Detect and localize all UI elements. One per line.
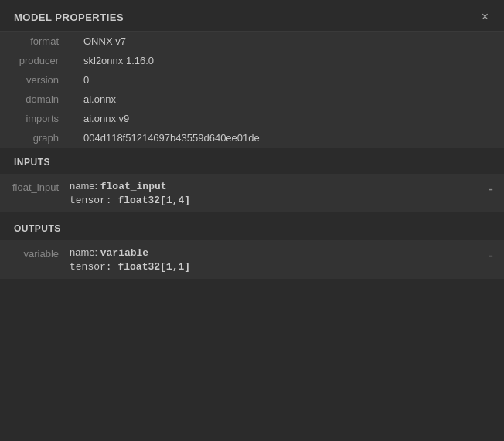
- prop-key: producer: [0, 51, 70, 70]
- table-row: version 0: [0, 70, 504, 90]
- table-row: domain ai.onnx: [0, 90, 504, 109]
- inputs-block: float_input name: float_input tensor: fl…: [0, 174, 504, 212]
- io-minus-button[interactable]: -: [489, 174, 504, 212]
- prop-value: ai.onnx: [70, 90, 504, 109]
- prop-value: ai.onnx v9: [70, 109, 504, 128]
- outputs-section-label: OUTPUTS: [0, 214, 504, 239]
- prop-key: version: [0, 70, 70, 90]
- table-row: imports ai.onnx v9: [0, 109, 504, 128]
- prop-key: format: [0, 32, 70, 51]
- prop-key: graph: [0, 128, 70, 148]
- io-tensor-line: tensor: float32[1,4]: [70, 195, 478, 206]
- panel-header: MODEL PROPERTIES ×: [0, 0, 504, 32]
- table-row: format ONNX v7: [0, 32, 504, 51]
- close-button[interactable]: ×: [480, 11, 490, 23]
- properties-table: format ONNX v7 producer skl2onnx 1.16.0 …: [0, 32, 504, 148]
- io-tensor-value: float32[1,4]: [117, 195, 190, 206]
- table-row: graph 004d118f51214697b43559d640ee01de: [0, 128, 504, 148]
- panel-title: MODEL PROPERTIES: [14, 12, 124, 23]
- io-key: variable: [0, 240, 70, 279]
- io-tensor-value: float32[1,1]: [117, 261, 190, 273]
- outputs-block: variable name: variable tensor: float32[…: [0, 240, 504, 279]
- io-name-line: name: variable: [70, 246, 478, 259]
- io-tensor-line: tensor: float32[1,1]: [70, 261, 478, 273]
- prop-key: domain: [0, 90, 70, 109]
- list-item: float_input name: float_input tensor: fl…: [0, 174, 504, 212]
- io-key: float_input: [0, 174, 70, 212]
- model-properties-panel: MODEL PROPERTIES × format ONNX v7 produc…: [0, 0, 504, 441]
- table-row: producer skl2onnx 1.16.0: [0, 51, 504, 70]
- prop-value: 004d118f51214697b43559d640ee01de: [70, 128, 504, 148]
- io-content: name: variable tensor: float32[1,1]: [70, 240, 489, 279]
- io-name-value: float_input: [100, 181, 167, 192]
- list-item: variable name: variable tensor: float32[…: [0, 240, 504, 279]
- io-name-line: name: float_input: [70, 180, 478, 192]
- io-content: name: float_input tensor: float32[1,4]: [70, 174, 489, 212]
- prop-key: imports: [0, 109, 70, 128]
- io-name-value: variable: [100, 247, 148, 259]
- prop-value: ONNX v7: [70, 32, 504, 51]
- io-minus-button[interactable]: -: [489, 240, 504, 279]
- inputs-section-label: INPUTS: [0, 148, 504, 172]
- prop-value: 0: [70, 70, 504, 90]
- prop-value: skl2onnx 1.16.0: [70, 51, 504, 70]
